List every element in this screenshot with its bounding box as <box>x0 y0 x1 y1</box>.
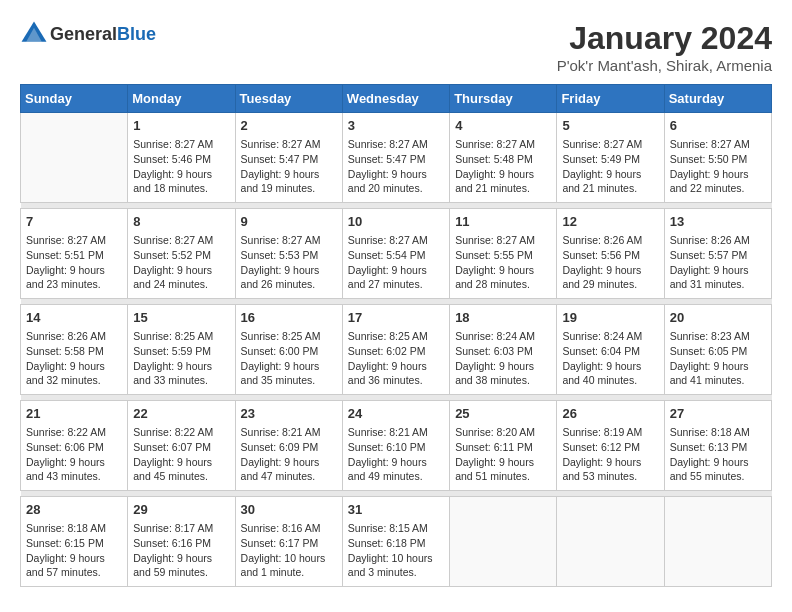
calendar-cell: 30Sunrise: 8:16 AM Sunset: 6:17 PM Dayli… <box>235 497 342 587</box>
day-info: Sunrise: 8:27 AM Sunset: 5:46 PM Dayligh… <box>133 137 229 196</box>
weekday-header-monday: Monday <box>128 85 235 113</box>
day-number: 30 <box>241 501 337 519</box>
calendar-week-1: 1Sunrise: 8:27 AM Sunset: 5:46 PM Daylig… <box>21 113 772 203</box>
calendar-cell: 14Sunrise: 8:26 AM Sunset: 5:58 PM Dayli… <box>21 305 128 395</box>
calendar-week-2: 7Sunrise: 8:27 AM Sunset: 5:51 PM Daylig… <box>21 209 772 299</box>
day-number: 8 <box>133 213 229 231</box>
day-info: Sunrise: 8:24 AM Sunset: 6:04 PM Dayligh… <box>562 329 658 388</box>
calendar-cell <box>664 497 771 587</box>
day-number: 25 <box>455 405 551 423</box>
day-number: 3 <box>348 117 444 135</box>
calendar-cell: 29Sunrise: 8:17 AM Sunset: 6:16 PM Dayli… <box>128 497 235 587</box>
calendar-cell: 5Sunrise: 8:27 AM Sunset: 5:49 PM Daylig… <box>557 113 664 203</box>
day-info: Sunrise: 8:15 AM Sunset: 6:18 PM Dayligh… <box>348 521 444 580</box>
weekday-row: SundayMondayTuesdayWednesdayThursdayFrid… <box>21 85 772 113</box>
day-info: Sunrise: 8:27 AM Sunset: 5:53 PM Dayligh… <box>241 233 337 292</box>
day-number: 4 <box>455 117 551 135</box>
day-info: Sunrise: 8:25 AM Sunset: 5:59 PM Dayligh… <box>133 329 229 388</box>
calendar-cell <box>21 113 128 203</box>
weekday-header-friday: Friday <box>557 85 664 113</box>
day-number: 24 <box>348 405 444 423</box>
day-info: Sunrise: 8:27 AM Sunset: 5:55 PM Dayligh… <box>455 233 551 292</box>
day-info: Sunrise: 8:16 AM Sunset: 6:17 PM Dayligh… <box>241 521 337 580</box>
calendar-cell: 26Sunrise: 8:19 AM Sunset: 6:12 PM Dayli… <box>557 401 664 491</box>
day-number: 27 <box>670 405 766 423</box>
calendar-cell: 19Sunrise: 8:24 AM Sunset: 6:04 PM Dayli… <box>557 305 664 395</box>
logo-blue-text: Blue <box>117 24 156 44</box>
calendar-cell: 28Sunrise: 8:18 AM Sunset: 6:15 PM Dayli… <box>21 497 128 587</box>
calendar-cell: 13Sunrise: 8:26 AM Sunset: 5:57 PM Dayli… <box>664 209 771 299</box>
day-number: 1 <box>133 117 229 135</box>
day-number: 10 <box>348 213 444 231</box>
day-info: Sunrise: 8:22 AM Sunset: 6:06 PM Dayligh… <box>26 425 122 484</box>
page-header: GeneralBlue January 2024 P'ok'r Mant'ash… <box>20 20 772 74</box>
calendar-cell <box>450 497 557 587</box>
day-number: 13 <box>670 213 766 231</box>
day-number: 29 <box>133 501 229 519</box>
logo-text: GeneralBlue <box>50 24 156 45</box>
day-number: 7 <box>26 213 122 231</box>
calendar-cell: 23Sunrise: 8:21 AM Sunset: 6:09 PM Dayli… <box>235 401 342 491</box>
calendar-cell: 15Sunrise: 8:25 AM Sunset: 5:59 PM Dayli… <box>128 305 235 395</box>
calendar-cell: 16Sunrise: 8:25 AM Sunset: 6:00 PM Dayli… <box>235 305 342 395</box>
day-info: Sunrise: 8:19 AM Sunset: 6:12 PM Dayligh… <box>562 425 658 484</box>
calendar-cell: 9Sunrise: 8:27 AM Sunset: 5:53 PM Daylig… <box>235 209 342 299</box>
day-number: 15 <box>133 309 229 327</box>
day-number: 23 <box>241 405 337 423</box>
day-number: 12 <box>562 213 658 231</box>
calendar-cell: 3Sunrise: 8:27 AM Sunset: 5:47 PM Daylig… <box>342 113 449 203</box>
day-info: Sunrise: 8:27 AM Sunset: 5:48 PM Dayligh… <box>455 137 551 196</box>
calendar-cell: 17Sunrise: 8:25 AM Sunset: 6:02 PM Dayli… <box>342 305 449 395</box>
logo-general-text: General <box>50 24 117 44</box>
day-number: 20 <box>670 309 766 327</box>
day-number: 9 <box>241 213 337 231</box>
calendar-cell: 18Sunrise: 8:24 AM Sunset: 6:03 PM Dayli… <box>450 305 557 395</box>
day-info: Sunrise: 8:26 AM Sunset: 5:57 PM Dayligh… <box>670 233 766 292</box>
calendar-cell: 6Sunrise: 8:27 AM Sunset: 5:50 PM Daylig… <box>664 113 771 203</box>
day-info: Sunrise: 8:20 AM Sunset: 6:11 PM Dayligh… <box>455 425 551 484</box>
day-info: Sunrise: 8:26 AM Sunset: 5:56 PM Dayligh… <box>562 233 658 292</box>
day-number: 11 <box>455 213 551 231</box>
day-info: Sunrise: 8:24 AM Sunset: 6:03 PM Dayligh… <box>455 329 551 388</box>
calendar-cell: 7Sunrise: 8:27 AM Sunset: 5:51 PM Daylig… <box>21 209 128 299</box>
day-info: Sunrise: 8:27 AM Sunset: 5:47 PM Dayligh… <box>241 137 337 196</box>
day-number: 5 <box>562 117 658 135</box>
day-info: Sunrise: 8:21 AM Sunset: 6:09 PM Dayligh… <box>241 425 337 484</box>
day-number: 18 <box>455 309 551 327</box>
weekday-header-tuesday: Tuesday <box>235 85 342 113</box>
day-info: Sunrise: 8:18 AM Sunset: 6:13 PM Dayligh… <box>670 425 766 484</box>
day-info: Sunrise: 8:22 AM Sunset: 6:07 PM Dayligh… <box>133 425 229 484</box>
calendar-body: 1Sunrise: 8:27 AM Sunset: 5:46 PM Daylig… <box>21 113 772 587</box>
calendar-cell: 22Sunrise: 8:22 AM Sunset: 6:07 PM Dayli… <box>128 401 235 491</box>
weekday-header-saturday: Saturday <box>664 85 771 113</box>
day-number: 19 <box>562 309 658 327</box>
calendar-cell: 25Sunrise: 8:20 AM Sunset: 6:11 PM Dayli… <box>450 401 557 491</box>
title-block: January 2024 P'ok'r Mant'ash, Shirak, Ar… <box>557 20 772 74</box>
calendar-cell: 10Sunrise: 8:27 AM Sunset: 5:54 PM Dayli… <box>342 209 449 299</box>
weekday-header-thursday: Thursday <box>450 85 557 113</box>
day-number: 22 <box>133 405 229 423</box>
day-number: 2 <box>241 117 337 135</box>
day-info: Sunrise: 8:27 AM Sunset: 5:49 PM Dayligh… <box>562 137 658 196</box>
day-number: 21 <box>26 405 122 423</box>
logo-icon <box>20 20 48 48</box>
day-info: Sunrise: 8:25 AM Sunset: 6:02 PM Dayligh… <box>348 329 444 388</box>
calendar-title: January 2024 <box>557 20 772 57</box>
day-info: Sunrise: 8:27 AM Sunset: 5:54 PM Dayligh… <box>348 233 444 292</box>
day-info: Sunrise: 8:27 AM Sunset: 5:52 PM Dayligh… <box>133 233 229 292</box>
calendar-cell: 24Sunrise: 8:21 AM Sunset: 6:10 PM Dayli… <box>342 401 449 491</box>
calendar-week-4: 21Sunrise: 8:22 AM Sunset: 6:06 PM Dayli… <box>21 401 772 491</box>
weekday-header-sunday: Sunday <box>21 85 128 113</box>
calendar-cell: 21Sunrise: 8:22 AM Sunset: 6:06 PM Dayli… <box>21 401 128 491</box>
calendar-cell <box>557 497 664 587</box>
day-info: Sunrise: 8:27 AM Sunset: 5:51 PM Dayligh… <box>26 233 122 292</box>
day-info: Sunrise: 8:18 AM Sunset: 6:15 PM Dayligh… <box>26 521 122 580</box>
day-number: 16 <box>241 309 337 327</box>
calendar-cell: 2Sunrise: 8:27 AM Sunset: 5:47 PM Daylig… <box>235 113 342 203</box>
day-info: Sunrise: 8:26 AM Sunset: 5:58 PM Dayligh… <box>26 329 122 388</box>
day-info: Sunrise: 8:25 AM Sunset: 6:00 PM Dayligh… <box>241 329 337 388</box>
calendar-week-3: 14Sunrise: 8:26 AM Sunset: 5:58 PM Dayli… <box>21 305 772 395</box>
weekday-header-wednesday: Wednesday <box>342 85 449 113</box>
calendar-week-5: 28Sunrise: 8:18 AM Sunset: 6:15 PM Dayli… <box>21 497 772 587</box>
calendar-cell: 1Sunrise: 8:27 AM Sunset: 5:46 PM Daylig… <box>128 113 235 203</box>
